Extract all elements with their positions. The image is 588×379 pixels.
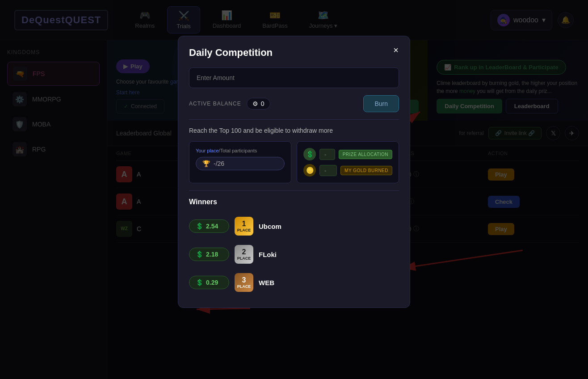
winner-name-2: FLoki xyxy=(259,251,277,258)
your-place-label: Your place/Total participants xyxy=(196,148,285,153)
place-badge-3: 3 PLACE xyxy=(235,273,253,292)
daily-competition-modal: Daily Competition × ACTIVE BALANCE ⚙ 0 B… xyxy=(178,36,410,308)
amount-input[interactable] xyxy=(189,67,399,88)
stats-grid: Your place/Total participants 🏆 -/26 💲 -… xyxy=(189,141,399,183)
prize-dash: - xyxy=(319,149,335,160)
reach-text: Reach the Top 100 and be eligible to wit… xyxy=(189,127,399,134)
burn-button[interactable]: Burn xyxy=(363,95,399,112)
gold-row: 🪙 - MY GOLD BURNED xyxy=(303,164,392,177)
balance-icon: ⚙ xyxy=(252,100,258,107)
winner-prize-3: 💲 0.29 xyxy=(189,276,229,289)
modal-title: Daily Competition xyxy=(189,47,399,59)
balance-label: ACTIVE BALANCE xyxy=(189,101,241,107)
place-badge-2: 2 PLACE xyxy=(235,245,253,264)
winner-name-3: WEB xyxy=(259,279,274,286)
balance-section: ACTIVE BALANCE ⚙ 0 xyxy=(189,98,270,109)
gold-burned-badge: MY GOLD BURNED xyxy=(340,166,392,175)
modal-overlay[interactable]: Daily Competition × ACTIVE BALANCE ⚙ 0 B… xyxy=(0,0,588,379)
winner-name-1: Ubcom xyxy=(259,223,281,230)
prize-dollar-icon-3: 💲 xyxy=(196,279,203,286)
prize-dollar-icon-2: 💲 xyxy=(196,251,203,258)
winner-row-3: 💲 0.29 3 PLACE WEB xyxy=(189,269,399,297)
winner-row-2: 💲 2.18 2 PLACE FLoki xyxy=(189,240,399,269)
winner-prize-1: 💲 2.54 xyxy=(189,219,229,233)
prize-allocation-badge: PRIZE ALLOCATION xyxy=(339,150,392,159)
balance-row: ACTIVE BALANCE ⚙ 0 Burn xyxy=(189,95,399,112)
gold-dash: - xyxy=(319,165,337,176)
gold-coin-icon: 🪙 xyxy=(303,164,316,177)
modal-close-button[interactable]: × xyxy=(389,43,403,57)
trophy-icon: 🏆 xyxy=(202,160,210,167)
balance-display: ⚙ 0 xyxy=(247,98,270,109)
place-value: 🏆 -/26 xyxy=(196,157,285,170)
usdc-icon: 💲 xyxy=(303,148,316,160)
prize-dollar-icon: 💲 xyxy=(196,223,203,230)
divider-2 xyxy=(189,190,399,191)
prize-card: 💲 - PRIZE ALLOCATION 🪙 - MY GOLD BURNED xyxy=(297,141,399,183)
place-badge-1: 1 PLACE xyxy=(235,217,253,236)
divider xyxy=(189,119,399,120)
prize-row: 💲 - PRIZE ALLOCATION xyxy=(303,148,392,160)
winner-prize-2: 💲 2.18 xyxy=(189,248,229,261)
winner-row-1: 💲 2.54 1 PLACE Ubcom xyxy=(189,212,399,240)
your-place-card: Your place/Total participants 🏆 -/26 xyxy=(189,141,291,183)
winners-title: Winners xyxy=(189,198,399,206)
